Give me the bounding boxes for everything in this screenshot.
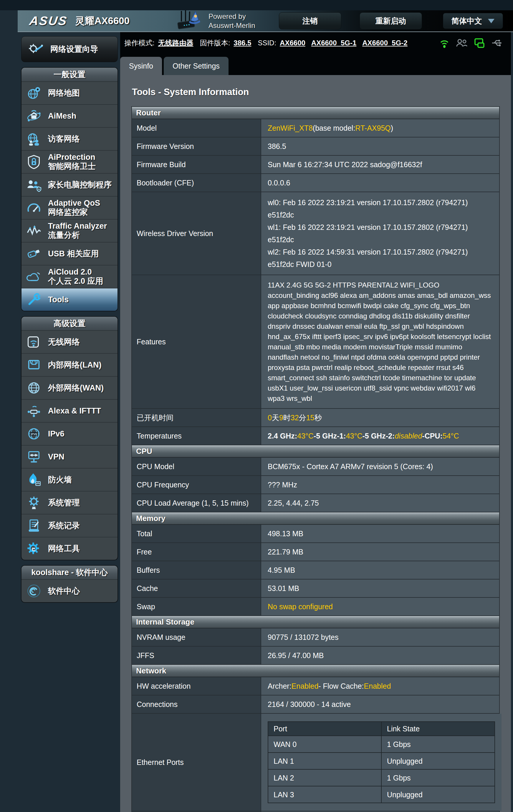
lan-port-icon <box>25 357 43 373</box>
wrench-icon <box>25 292 43 307</box>
sidebar-item-label: AiCloud 2.0 个人云 2.0 应用 <box>48 267 103 286</box>
ssid-link-3[interactable]: AX6600_5G-2 <box>362 39 407 47</box>
ssid-link-2[interactable]: AX6600_5G-1 <box>311 39 356 47</box>
table-row: HW acceleration Archer: Enabled - Flow C… <box>132 677 499 695</box>
table-row: Buffers 4.95 MB <box>132 561 499 580</box>
sidebar-item-wan[interactable]: 外部网络(WAN) <box>22 376 117 399</box>
sidebar-item-adaptive-qos[interactable]: Adaptive QoS 网络监控家 <box>22 196 117 219</box>
clients-status-icon[interactable] <box>456 37 468 49</box>
op-mode-label: 操作模式: <box>124 38 155 48</box>
row-value: 0.0.0.6 <box>261 174 499 192</box>
row-label: Swap <box>132 598 261 615</box>
row-label: CPU Frequency <box>132 476 261 494</box>
table-row: 已开机时间 0 天 9 时 32 分 15 秒 <box>132 409 499 427</box>
language-label: 简体中文 <box>452 16 482 26</box>
sidebar-item-tools[interactable]: Tools <box>22 288 117 311</box>
qos-gauge-icon <box>25 200 43 215</box>
sidebar-item-firewall[interactable]: 防火墙 <box>22 468 117 491</box>
client-device-status-icon[interactable] <box>473 37 486 49</box>
parental-controls-icon <box>25 177 43 193</box>
sidebar-item-vpn[interactable]: VPN <box>22 445 117 468</box>
sidebar-item-label: 网络地图 <box>48 89 80 98</box>
sidebar-item-system-log[interactable]: 系统记录 <box>22 514 117 537</box>
tab-sysinfo[interactable]: Sysinfo <box>120 57 162 75</box>
row-value: 0 天 9 时 32 分 15 秒 <box>261 409 499 427</box>
link-state-cell: Unplugged <box>381 786 494 803</box>
sidebar-item-network-map[interactable]: 网络地图 <box>22 81 117 104</box>
op-mode-value-link[interactable]: 无线路由器 <box>158 38 193 48</box>
sidebar-item-qis[interactable]: 网络设置向导 <box>21 36 118 62</box>
table-row: Wireless Driver Version wl0: Feb 16 2022… <box>132 192 499 275</box>
table-row: Bootloader (CFE) 0.0.0.6 <box>132 174 499 192</box>
sidebar-item-label: USB 相关应用 <box>48 249 99 258</box>
logout-button[interactable]: 注销 <box>279 12 341 29</box>
ssid-link-1[interactable]: AX6600 <box>280 39 305 47</box>
page-title: Tools - System Information <box>132 87 500 97</box>
row-label: Connections <box>132 695 261 713</box>
port-cell: WAN 0 <box>268 736 381 752</box>
reboot-button[interactable]: 重新启动 <box>359 12 422 29</box>
sidebar-item-network-tools[interactable]: 网络工具 <box>22 537 117 560</box>
language-select[interactable]: 简体中文 <box>443 13 503 29</box>
row-label: Free <box>132 543 261 561</box>
wifi-icon <box>25 334 43 350</box>
sidebar-item-administration[interactable]: 系统管理 <box>22 491 117 514</box>
main-top-black: 操作模式: 无线路由器 固件版本: 386.5 SSID: AX6600 AX6… <box>120 32 511 75</box>
row-label: HW acceleration <box>132 677 261 695</box>
sidebar-item-guest-network[interactable]: 访客网络 <box>22 127 117 150</box>
row-label: NVRAM usage <box>132 628 261 646</box>
traffic-analyzer-icon <box>25 223 43 238</box>
sidebar-item-label: 访客网络 <box>48 135 80 144</box>
sidebar-item-label: 家长电脑控制程序 <box>48 180 112 190</box>
row-label: 已开机时间 <box>132 409 261 427</box>
sidebar-item-ipv6[interactable]: IPV6 IPv6 <box>22 422 117 445</box>
router-model-name: 灵耀AX6600 <box>75 14 130 28</box>
sidebar-item-software-center[interactable]: 软件中心 <box>22 579 117 602</box>
sidebar-item-alexa-ifttt[interactable]: Alexa & IFTTT <box>22 399 117 422</box>
content-panel: Tools - System Information Router Model … <box>120 75 511 812</box>
setup-wizard-icon <box>27 41 45 57</box>
firmware-label: 固件版本: <box>200 38 230 48</box>
svg-text:IPV6: IPV6 <box>31 432 37 436</box>
table-row: NVRAM usage 90775 / 131072 bytes <box>132 628 499 646</box>
row-value: 11AX 2.4G 5G 5G-2 HTTPS PARENTAL2 WIFI_L… <box>261 275 499 408</box>
section-header-internal-storage: Internal Storage <box>132 616 499 628</box>
row-value: 386.5 <box>261 138 499 155</box>
firmware-version-link[interactable]: 386.5 <box>234 39 251 47</box>
top-strip <box>0 0 513 10</box>
sidebar-item-aimesh[interactable]: AiMesh <box>22 104 117 127</box>
row-value: 90775 / 131072 bytes <box>261 628 499 646</box>
table-row: LAN 2 1 Gbps <box>268 769 494 786</box>
sidebar-item-label: 内部网络(LAN) <box>48 360 101 370</box>
sidebar-item-wireless[interactable]: 无线网络 <box>22 330 117 353</box>
tab-bar: Sysinfo Other Settings <box>120 54 511 75</box>
sidebar-item-aiprotection[interactable]: AiProtection 智能网络卫士 <box>22 150 117 173</box>
ethernet-table-header: Port Link State <box>268 722 494 735</box>
sidebar-item-parental-controls[interactable]: 家长电脑控制程序 <box>22 173 117 196</box>
sidebar-item-lan[interactable]: 内部网络(LAN) <box>22 353 117 376</box>
usb-status-icon[interactable] <box>491 37 503 49</box>
row-value: No swap configured <box>261 598 499 615</box>
table-row: Free 221.79 MB <box>132 543 499 561</box>
smart-home-icon <box>25 403 43 418</box>
row-value: wl0: Feb 16 2022 23:19:21 version 17.10.… <box>261 192 499 274</box>
sidebar-item-traffic-analyzer[interactable]: Traffic Analyzer 流量分析 <box>22 219 117 242</box>
row-label: Total <box>132 525 261 543</box>
sidebar-section-advanced: 高级设置 无线网络 <box>21 316 118 560</box>
port-cell: LAN 3 <box>268 786 381 803</box>
banner: ASUS 灵耀AX6600 Powered by Asuswrt-Merlin … <box>18 10 513 32</box>
row-value: Archer: Enabled - Flow Cache: Enabled <box>261 677 499 695</box>
table-row: LAN 3 Unplugged <box>268 786 494 803</box>
section-header-memory: Memory <box>132 513 499 525</box>
row-label: JFFS <box>132 646 261 664</box>
log-document-icon <box>25 518 43 533</box>
tab-other-settings[interactable]: Other Settings <box>164 57 228 75</box>
sidebar-item-usb-apps[interactable]: USB 相关应用 <box>22 242 117 265</box>
sidebar-item-aicloud[interactable]: AiCloud 2.0 个人云 2.0 应用 <box>22 265 117 288</box>
guest-network-icon <box>25 131 43 147</box>
table-row: Model ZenWiFi_XT8 (base model: RT-AX95Q) <box>132 119 499 138</box>
sidebar-item-label: 系统记录 <box>48 521 80 530</box>
wifi-status-icon[interactable] <box>438 37 450 49</box>
gear-icon <box>25 495 43 510</box>
ipv6-icon: IPV6 <box>25 426 43 441</box>
